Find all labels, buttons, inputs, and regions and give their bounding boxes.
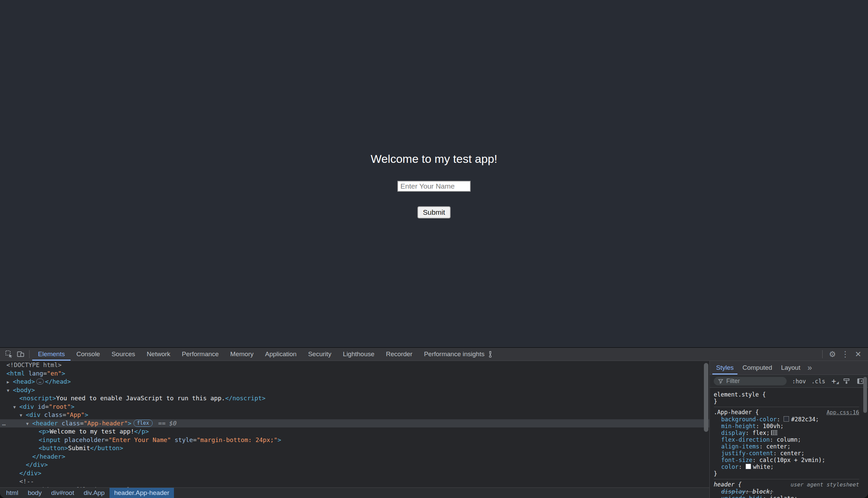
dom-tree-row[interactable]: </div>	[0, 461, 709, 469]
dom-token: =	[80, 420, 84, 427]
more-options-icon[interactable]: ⋮	[840, 349, 851, 359]
rule-selector[interactable]: header {	[714, 481, 742, 488]
device-toolbar-icon[interactable]	[15, 349, 26, 359]
devtools-tab-security[interactable]: Security	[303, 348, 337, 361]
breadcrumb-item[interactable]: header.App-header	[109, 488, 174, 498]
property-name: color	[721, 463, 738, 470]
breadcrumb-item[interactable]: html	[1, 488, 23, 498]
dom-token: <header	[32, 420, 58, 427]
style-declaration[interactable]: flex-direction: column;	[714, 436, 859, 443]
elements-scrollbar[interactable]	[704, 363, 708, 432]
styles-tab-styles[interactable]: Styles	[712, 361, 738, 375]
experiment-flask-icon	[487, 351, 493, 357]
devtools-tab-sources[interactable]: Sources	[106, 348, 141, 361]
dom-tree-row[interactable]: ▸<head>…</head>	[0, 378, 709, 386]
breadcrumb-item[interactable]: div#root	[46, 488, 79, 498]
dom-token: <p>	[39, 428, 50, 435]
dom-tree-row[interactable]: ▾<div class="App">	[0, 411, 709, 419]
collapse-arrow-icon[interactable]: ▾	[26, 420, 31, 428]
dom-tree-row[interactable]: <!--	[0, 477, 709, 486]
styles-filter-input[interactable]: Filter	[714, 377, 787, 385]
devtools-tab-elements[interactable]: Elements	[32, 348, 70, 361]
inspect-element-icon[interactable]	[3, 349, 15, 359]
collapse-arrow-icon[interactable]: ▾	[20, 411, 25, 420]
style-editor-icon[interactable]	[843, 378, 850, 385]
close-icon[interactable]: ✕	[852, 349, 864, 359]
property-name: min-height	[721, 423, 756, 430]
dom-tree-row[interactable]: <p>Welcome to my test app!</p>	[0, 428, 709, 436]
dom-token: =	[45, 403, 49, 410]
punctuation: :	[738, 463, 745, 470]
dom-token: <input	[39, 436, 61, 443]
color-swatch[interactable]	[746, 464, 751, 469]
dom-tree-row[interactable]: <!DOCTYPE html>	[0, 361, 709, 369]
devtools-tab-console[interactable]: Console	[70, 348, 106, 361]
style-declaration[interactable]: font-size: calc(10px + 2vmin);	[714, 457, 859, 463]
row-overflow-ellipsis-icon[interactable]: …	[2, 419, 6, 428]
rule-selector[interactable]: element.style {	[714, 391, 766, 398]
dom-token: This HTML file is a template.	[39, 486, 145, 488]
collapse-arrow-icon[interactable]: ▾	[7, 386, 12, 395]
styles-tab-computed[interactable]: Computed	[738, 361, 777, 375]
dom-token: <html	[6, 370, 25, 377]
style-declaration[interactable]: justify-content: center;	[714, 450, 859, 457]
dom-tree-row[interactable]: <button>Submit</button>	[0, 444, 709, 453]
styles-tab-layout[interactable]: Layout	[776, 361, 805, 375]
rule-selector[interactable]: .App-header {	[714, 409, 759, 416]
dom-token: =	[193, 436, 197, 443]
dom-tree-row[interactable]: …▾<header class="App-header">flex == $0	[0, 419, 709, 428]
dom-token: class	[58, 420, 80, 427]
style-declaration[interactable]: display: block;	[714, 488, 859, 495]
collapse-arrow-icon[interactable]: ▾	[13, 403, 19, 411]
style-declaration[interactable]: background-color: #282c34;	[714, 416, 859, 423]
dom-tree-row[interactable]: ▾<div id="root">	[0, 403, 709, 411]
flex-badge[interactable]: flex	[134, 420, 152, 427]
property-value: flex	[752, 430, 766, 436]
tab-label: Memory	[230, 351, 254, 358]
dom-token: </div>	[19, 470, 41, 477]
expand-arrow-icon[interactable]: ▸	[7, 378, 12, 386]
name-input[interactable]	[397, 181, 471, 192]
punctuation: :	[746, 488, 752, 495]
pseudo-state-toggle[interactable]: :hov	[792, 378, 806, 385]
devtools-tab-network[interactable]: Network	[141, 348, 176, 361]
dom-tree-row[interactable]: This HTML file is a template.	[0, 486, 709, 488]
breadcrumb-item[interactable]: body	[23, 488, 46, 498]
devtools-tab-performance-insights[interactable]: Performance insights	[418, 348, 499, 361]
style-declaration[interactable]: min-height: 100vh;	[714, 423, 859, 430]
element-classes-toggle[interactable]: .cls	[811, 378, 825, 385]
dom-tree-row[interactable]: <noscript>You need to enable JavaScript …	[0, 394, 709, 403]
styles-scrollbar[interactable]	[863, 377, 867, 413]
dom-tree-row[interactable]: </div>	[0, 469, 709, 477]
style-declaration[interactable]: color: white;	[714, 463, 859, 470]
punctuation: ;	[787, 443, 791, 450]
dom-tree-row[interactable]: ▾<body>	[0, 386, 709, 394]
devtools-toolbar-left	[0, 348, 32, 361]
dom-tree: <!DOCTYPE html><html lang="en">▸<head>…<…	[0, 361, 709, 487]
dom-tree-row[interactable]: </header>	[0, 453, 709, 461]
rule-source[interactable]: App.css:16	[827, 409, 859, 416]
dom-tree-row[interactable]: <html lang="en">	[0, 369, 709, 378]
style-declaration[interactable]: display: flex;	[714, 430, 859, 436]
devtools-tab-lighthouse[interactable]: Lighthouse	[337, 348, 380, 361]
flex-editor-icon[interactable]	[771, 430, 777, 435]
style-declaration[interactable]: align-items: center;	[714, 443, 859, 450]
dom-tree-row[interactable]: <input placeholder="Enter Your Name" sty…	[0, 436, 709, 444]
computed-sidebar-toggle-icon[interactable]	[857, 378, 864, 385]
devtools-tab-memory[interactable]: Memory	[225, 348, 259, 361]
devtools-toolbar: ElementsConsoleSourcesNetworkPerformance…	[0, 348, 868, 361]
submit-button[interactable]: Submit	[417, 206, 450, 219]
devtools-tab-recorder[interactable]: Recorder	[380, 348, 418, 361]
color-swatch[interactable]	[784, 416, 789, 422]
breadcrumb-item[interactable]: div.App	[79, 488, 109, 498]
collapsed-content-ellipsis-icon[interactable]: …	[36, 379, 44, 384]
style-declaration[interactable]: unicode-bidi: isolate;	[714, 495, 859, 498]
punctuation: :	[763, 495, 770, 498]
style-rule: element.style {}	[714, 390, 859, 407]
property-value: calc(10px + 2vmin)	[760, 457, 822, 463]
more-tabs-icon[interactable]: »	[805, 361, 814, 375]
new-style-rule-button[interactable]: +◢	[831, 378, 836, 385]
settings-gear-icon[interactable]: ⚙	[827, 349, 838, 359]
devtools-tab-application[interactable]: Application	[259, 348, 303, 361]
devtools-tab-performance[interactable]: Performance	[176, 348, 225, 361]
